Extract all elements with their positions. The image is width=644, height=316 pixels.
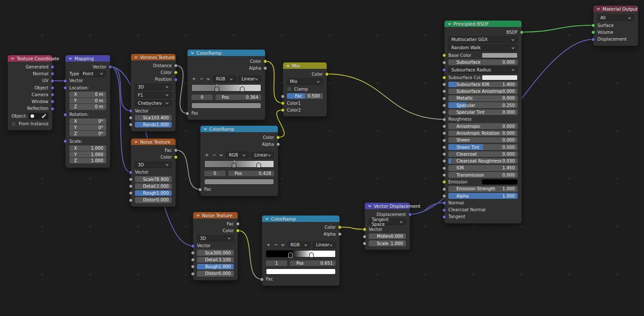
slider-scale[interactable]: Scale300.000: [197, 250, 234, 256]
color-swatch[interactable]: [482, 75, 518, 80]
socket-alpha-in[interactable]: [442, 194, 446, 198]
slider-midlevel[interactable]: Midlevel0.000: [369, 233, 406, 239]
socket-position-out[interactable]: [174, 78, 178, 82]
checkbox-from-instancer[interactable]: From Instancer: [12, 120, 48, 127]
slider-roughnes[interactable]: Roughnes1.000: [197, 264, 234, 270]
node-material-output[interactable]: Material OutputAllSurfaceVolumeDisplacem…: [593, 5, 638, 46]
vector-component-field[interactable]: Z0 m: [69, 104, 106, 110]
socket-vector-in[interactable]: [363, 227, 367, 231]
vector-component-field[interactable]: X1.000: [69, 145, 106, 151]
colorramp-gradient[interactable]: [204, 160, 274, 168]
socket-fac-in[interactable]: [185, 112, 189, 115]
socket-detail-in[interactable]: [191, 258, 195, 262]
node-header[interactable]: Material Output: [593, 6, 638, 12]
node-mix[interactable]: MixColorMixClampFac0.500Color1Color2: [283, 62, 327, 117]
vector-component-field[interactable]: Z0°: [69, 131, 106, 137]
socket-base-color-in[interactable]: [442, 53, 446, 57]
socket-metallic-in[interactable]: [442, 97, 446, 100]
dropdown-3d[interactable]: 3D: [197, 235, 234, 242]
dropdown-tangent-space[interactable]: Tangent Space: [369, 219, 406, 225]
slider-anisotropic-rotation[interactable]: Anisotropic Rotation0.000: [448, 130, 518, 136]
dropdown-rgb[interactable]: RGB: [287, 242, 310, 248]
socket-color-out[interactable]: [174, 71, 178, 74]
dropdown-3d[interactable]: 3D: [135, 162, 172, 168]
socket-scale-in[interactable]: [129, 177, 133, 181]
stop-index-field[interactable]: 1: [266, 260, 287, 266]
slider-ior[interactable]: IOR1.450: [448, 165, 518, 171]
vector-component-field[interactable]: Y0 m: [69, 98, 106, 104]
slider-distortion[interactable]: Distortion0.000: [197, 271, 234, 277]
slider-emission-strength[interactable]: Emission Strength1.000: [448, 186, 518, 192]
dropdown-chebychev[interactable]: Chebychev: [135, 100, 172, 106]
socket-color-out[interactable]: [338, 225, 342, 229]
socket-object-out[interactable]: [51, 86, 54, 90]
colorramp-gradient[interactable]: [191, 84, 261, 92]
socket-anisotropic-in[interactable]: [442, 124, 446, 128]
stop-position-field[interactable]: Pos0.428: [228, 171, 274, 177]
colorramp-menu-icon[interactable]: [206, 77, 210, 81]
socket-uv-out[interactable]: [51, 79, 54, 83]
socket-displacement-out[interactable]: [408, 213, 412, 216]
socket-randomn-in[interactable]: [129, 123, 133, 127]
node-header[interactable]: ColorRamp: [200, 126, 278, 132]
socket-clearcoat-roughness-in[interactable]: [442, 159, 446, 163]
socket-window-out[interactable]: [51, 100, 54, 103]
socket-camera-out[interactable]: [51, 93, 54, 97]
socket-displacement-in[interactable]: [591, 38, 595, 41]
socket-color2-in[interactable]: [281, 108, 285, 112]
socket-rotation-in[interactable]: [63, 113, 67, 117]
stop-color-swatch[interactable]: [204, 179, 274, 185]
node-header[interactable]: Vector Displacement: [365, 203, 410, 209]
vector-component-field[interactable]: Y0°: [69, 124, 106, 130]
node-voronoi-texture[interactable]: Voronoi TextureDistanceColorPosition3DF1…: [131, 53, 176, 132]
stop-position-field[interactable]: Pos0.651: [290, 260, 336, 266]
slider-anisotropic[interactable]: Anisotropic0.000: [448, 123, 518, 129]
socket-subsurface-anisotropy-in[interactable]: [442, 89, 446, 93]
slider-clearcoat[interactable]: Clearcoat0.000: [448, 151, 518, 157]
socket-sheen-tint-in[interactable]: [442, 145, 446, 149]
node-colorramp-2[interactable]: ColorRampColorAlpha+−RGBLinear0Pos0.428F…: [200, 125, 278, 196]
dropdown-rgb[interactable]: RGB: [226, 152, 249, 158]
checkbox-clamp[interactable]: Clamp: [287, 86, 323, 92]
socket-color-out[interactable]: [236, 229, 240, 233]
socket-subsurface-ior-in[interactable]: [442, 83, 446, 86]
add-stop-button[interactable]: +: [204, 153, 209, 157]
socket-surface-in[interactable]: [591, 24, 595, 27]
socket-scale-in[interactable]: [363, 242, 367, 245]
node-header[interactable]: ColorRamp: [188, 50, 265, 56]
socket-detail-in[interactable]: [129, 184, 133, 188]
socket-fac-out[interactable]: [236, 222, 240, 226]
socket-alpha-out[interactable]: [276, 142, 280, 146]
socket-alpha-out[interactable]: [263, 66, 267, 70]
socket-vector-in[interactable]: [129, 109, 133, 113]
dropdown-3d[interactable]: 3D: [135, 84, 172, 90]
socket-location-in[interactable]: [63, 86, 67, 90]
remove-stop-button[interactable]: −: [274, 242, 279, 247]
vector-component-field[interactable]: X0°: [69, 118, 106, 124]
socket-scale-in[interactable]: [191, 251, 195, 255]
stop-color-swatch[interactable]: [266, 269, 336, 275]
vector-component-field[interactable]: X0 m: [69, 92, 106, 97]
socket-emission-in[interactable]: [442, 180, 446, 184]
slider-subsurface-ior[interactable]: Subsurface IOR1.400: [448, 82, 518, 88]
socket-emission-strength-in[interactable]: [442, 187, 446, 191]
stop-color-swatch[interactable]: [191, 103, 261, 109]
stop-position-field[interactable]: Pos0.364: [215, 95, 261, 100]
slider-fac[interactable]: Fac0.500: [287, 93, 323, 99]
checkbox-box[interactable]: [12, 121, 16, 126]
socket-vector-in[interactable]: [129, 171, 133, 174]
node-header[interactable]: Principled BSDF: [444, 21, 522, 27]
node-header[interactable]: Texture Coordinate: [8, 55, 52, 62]
socket-fac-in[interactable]: [260, 278, 264, 281]
node-colorramp-1[interactable]: ColorRampColorAlpha+−RGBLinear0Pos0.364F…: [187, 49, 265, 120]
socket-scale-in[interactable]: [129, 116, 133, 120]
object-field[interactable]: [29, 113, 48, 119]
slider-alpha[interactable]: Alpha1.000: [448, 193, 518, 199]
socket-specular-tint-in[interactable]: [442, 110, 446, 114]
socket-volume-in[interactable]: [591, 30, 595, 34]
slider-sheen-tint[interactable]: Sheen Tint0.500: [448, 144, 518, 150]
slider-subsurface-anisotropy[interactable]: Subsurface Anisotropy0.000: [448, 89, 518, 95]
socket-generated-out[interactable]: [51, 65, 54, 69]
node-header[interactable]: Mapping: [66, 55, 110, 62]
socket-bsdf-out[interactable]: [520, 30, 524, 34]
